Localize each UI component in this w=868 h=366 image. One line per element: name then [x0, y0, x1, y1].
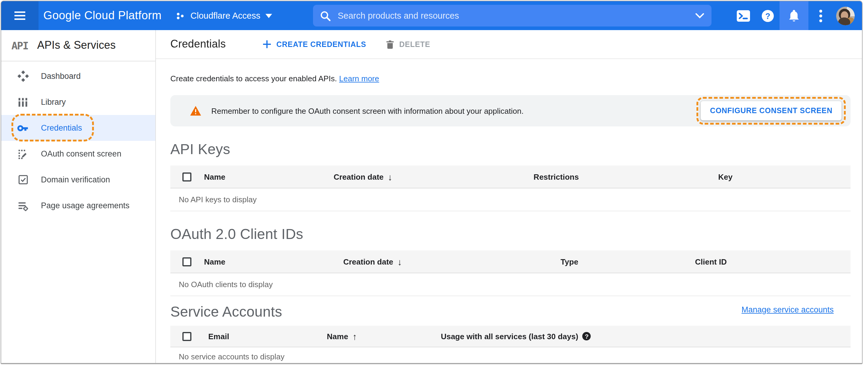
column-name[interactable]: Name	[204, 257, 225, 266]
domain-verification-icon	[17, 174, 29, 186]
learn-more-link[interactable]: Learn more	[339, 74, 379, 83]
bell-icon	[788, 9, 799, 22]
oauth-clients-heading: OAuth 2.0 Client IDs	[170, 226, 850, 243]
search-input[interactable]	[338, 11, 695, 21]
oauth-clients-empty-state: No OAuth clients to display	[170, 273, 850, 296]
key-icon	[17, 122, 29, 134]
oauth-clients-table-header: Name Creation date↓ Type Client ID	[170, 250, 850, 273]
sidebar-nav: Dashboard Library Credentials	[1, 61, 155, 218]
search-icon	[320, 10, 331, 21]
sidebar-title: APIs & Services	[37, 39, 116, 52]
sidebar-item-dashboard[interactable]: Dashboard	[1, 63, 155, 89]
banner-message: Remember to configure the OAuth consent …	[211, 106, 697, 115]
sidebar: API APIs & Services Dashboard Library	[1, 30, 156, 364]
sidebar-item-label: Page usage agreements	[41, 201, 129, 210]
project-name: Cloudflare Access	[190, 11, 260, 21]
column-type[interactable]: Type	[561, 257, 579, 266]
column-creation-date[interactable]: Creation date↓	[334, 172, 392, 182]
api-keys-empty-state: No API keys to display	[170, 188, 850, 211]
select-all-checkbox[interactable]	[182, 172, 191, 181]
configure-consent-screen-button[interactable]: CONFIGURE CONSENT SCREEN	[701, 101, 841, 120]
sidebar-item-domain-verification[interactable]: Domain verification	[1, 167, 155, 193]
sidebar-header: API APIs & Services	[1, 30, 155, 61]
sidebar-item-label: Domain verification	[41, 175, 110, 184]
search-expand-chevron-icon[interactable]	[695, 13, 704, 18]
cloud-shell-icon	[737, 10, 750, 21]
column-usage[interactable]: Usage with all services (last 30 days)?	[441, 332, 591, 341]
service-accounts-table-header: Email Name↑ Usage with all services (las…	[170, 326, 850, 347]
kebab-menu-icon	[819, 9, 822, 22]
intro-text: Create credentials to access your enable…	[170, 74, 850, 83]
sidebar-item-oauth-consent-screen[interactable]: OAuth consent screen	[1, 141, 155, 167]
project-icon	[176, 11, 185, 20]
sidebar-item-label: Library	[41, 97, 66, 106]
service-accounts-heading: Service Accounts	[170, 303, 282, 320]
column-client-id[interactable]: Client ID	[695, 257, 726, 266]
delete-button[interactable]: DELETE	[387, 40, 430, 49]
sort-asc-icon: ↑	[352, 331, 357, 341]
project-selector[interactable]: Cloudflare Access	[176, 11, 272, 21]
sort-desc-icon: ↓	[398, 256, 402, 267]
gcp-logo: Google Cloud Platform	[43, 9, 162, 22]
api-keys-heading: API Keys	[170, 141, 850, 158]
select-all-checkbox[interactable]	[182, 257, 191, 266]
select-all-checkbox[interactable]	[182, 332, 191, 341]
consent-button-annotation-highlight: CONFIGURE CONSENT SCREEN	[697, 97, 846, 125]
sort-desc-icon: ↓	[388, 172, 393, 182]
usage-help-icon[interactable]: ?	[582, 332, 591, 340]
create-credentials-button[interactable]: CREATE CREDENTIALS	[263, 40, 366, 49]
manage-service-accounts-link[interactable]: Manage service accounts	[742, 305, 834, 314]
column-name[interactable]: Name	[204, 172, 225, 181]
column-restrictions[interactable]: Restrictions	[534, 172, 579, 181]
cloud-shell-button[interactable]	[731, 1, 755, 30]
column-key[interactable]: Key	[718, 172, 733, 181]
dashboard-icon	[17, 70, 29, 82]
hamburger-icon	[14, 11, 25, 20]
library-icon	[17, 96, 29, 108]
service-accounts-empty-state: No service accounts to display	[170, 347, 850, 364]
oauth-clients-section: OAuth 2.0 Client IDs Name Creation date↓…	[170, 226, 850, 296]
warning-icon	[190, 106, 201, 116]
api-product-logo: API	[11, 39, 28, 52]
sidebar-item-credentials[interactable]: Credentials	[1, 115, 155, 141]
sidebar-item-page-usage-agreements[interactable]: Page usage agreements	[1, 193, 155, 218]
gcp-console: Google Cloud Platform Cloudflare Access …	[0, 0, 868, 366]
help-button[interactable]: ?	[755, 1, 779, 30]
browser-window: Google Cloud Platform Cloudflare Access …	[1, 1, 863, 364]
page-toolbar: Credentials CREATE CREDENTIALS DELETE	[156, 30, 862, 59]
content-area: Create credentials to access your enable…	[156, 74, 862, 364]
trash-icon	[387, 40, 394, 49]
service-accounts-section: Service Accounts Manage service accounts…	[170, 303, 850, 364]
notifications-button[interactable]	[779, 1, 808, 30]
sidebar-item-label: Credentials	[41, 123, 82, 132]
hamburger-menu-button[interactable]	[1, 1, 38, 30]
page-usage-agreements-icon	[17, 200, 29, 212]
main-content: Credentials CREATE CREDENTIALS DELETE Cr…	[156, 30, 862, 364]
column-email[interactable]: Email	[208, 332, 229, 341]
page-title: Credentials	[170, 38, 226, 51]
user-avatar[interactable]	[836, 6, 855, 25]
header-actions: ?	[731, 1, 855, 30]
api-keys-section: API Keys Name Creation date↓ Restriction…	[170, 141, 850, 211]
project-caret-icon	[266, 13, 272, 18]
api-keys-table-header: Name Creation date↓ Restrictions Key	[170, 165, 850, 188]
more-options-button[interactable]	[808, 1, 833, 30]
help-icon: ?	[761, 9, 774, 22]
consent-screen-icon	[17, 148, 29, 160]
column-creation-date[interactable]: Creation date↓	[343, 256, 402, 267]
search-bar[interactable]	[313, 5, 712, 27]
consent-warning-banner: Remember to configure the OAuth consent …	[170, 95, 850, 126]
column-name[interactable]: Name↑	[327, 331, 357, 341]
plus-icon	[263, 40, 271, 48]
app-header: Google Cloud Platform Cloudflare Access …	[1, 1, 862, 30]
sidebar-item-label: OAuth consent screen	[41, 149, 121, 158]
svg-text:?: ?	[765, 11, 770, 21]
sidebar-item-label: Dashboard	[41, 72, 81, 81]
sidebar-item-library[interactable]: Library	[1, 89, 155, 115]
